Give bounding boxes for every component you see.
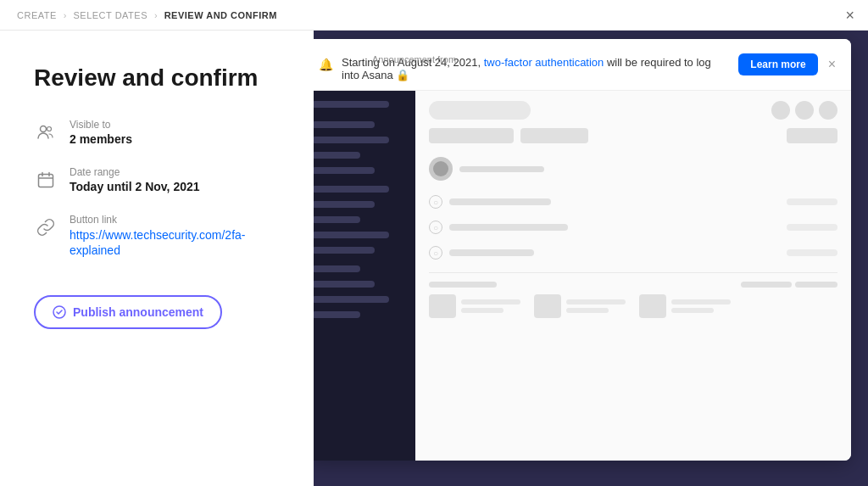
card-line-1a — [461, 299, 520, 304]
calendar-icon — [34, 168, 58, 192]
visible-to-value: 2 members — [70, 132, 132, 146]
user-details — [459, 166, 544, 172]
check-icon-1: ○ — [429, 195, 442, 209]
breadcrumb-sep2: › — [154, 10, 158, 20]
sidebar-item — [314, 296, 389, 303]
sidebar-item — [314, 201, 375, 208]
visible-to-label: Visible to — [70, 119, 132, 131]
card-lines-2 — [566, 299, 626, 313]
breadcrumb-bar: CREATE › SELECT DATES › REVIEW AND CONFI… — [0, 0, 868, 31]
sidebar-item — [314, 167, 375, 174]
visible-to-item: Visible to 2 members — [34, 119, 288, 146]
people-icon — [34, 120, 58, 144]
avatar-2 — [795, 101, 814, 120]
app-content: ○ ○ ○ — [314, 91, 851, 461]
bottom-card-3 — [639, 294, 731, 318]
bottom-skel-3 — [795, 282, 837, 288]
sidebar-item — [314, 101, 389, 108]
check-icon-3: ○ — [429, 246, 442, 260]
bottom-card-1 — [429, 294, 520, 318]
sidebar-item — [314, 186, 389, 193]
asana-preview: 🔔 Announcement from Starting on August 2… — [314, 39, 851, 461]
avatar-1 — [771, 101, 790, 120]
announcement-banner: 🔔 Announcement from Starting on August 2… — [314, 39, 851, 91]
top-bar-right — [771, 101, 837, 120]
card-line-2b — [566, 308, 609, 313]
close-button[interactable]: × — [845, 8, 854, 23]
sidebar-item — [314, 311, 360, 318]
avatar-inner — [433, 161, 448, 176]
publish-button[interactable]: Publish announcement — [34, 295, 222, 329]
bottom-skel-2 — [741, 282, 792, 288]
page-title: Review and confirm — [34, 64, 288, 92]
card-lines-3 — [671, 299, 731, 313]
user-name-skel — [459, 166, 544, 172]
top-bar — [429, 101, 837, 120]
task-meta-3 — [787, 249, 837, 256]
date-range-value: Today until 2 Nov, 2021 — [70, 180, 200, 193]
card-line-3a — [671, 299, 731, 304]
breadcrumb-step2[interactable]: SELECT DATES — [73, 10, 147, 20]
card-lines-1 — [461, 299, 520, 313]
filter-chip-3 — [787, 128, 837, 143]
sidebar-item — [314, 281, 375, 288]
breadcrumb-sep1: › — [64, 10, 67, 20]
avatar — [429, 157, 453, 181]
card-line-2a — [566, 299, 626, 304]
date-range-item: Date range Today until 2 Nov, 2021 — [34, 166, 288, 193]
sidebar-item — [314, 232, 389, 238]
breadcrumb-step1[interactable]: CREATE — [17, 10, 57, 20]
task-row-2: ○ — [429, 218, 837, 237]
card-line-3b — [671, 308, 714, 313]
app-main: ○ ○ ○ — [415, 91, 851, 461]
learn-more-button[interactable]: Learn more — [738, 53, 817, 75]
card-square-1 — [429, 294, 456, 318]
svg-point-1 — [47, 127, 52, 131]
banner-from-label: Announcement from — [372, 54, 456, 64]
task-text-3 — [449, 249, 534, 256]
publish-label: Publish announcement — [73, 305, 203, 319]
sidebar-item — [314, 247, 375, 254]
task-meta-1 — [787, 198, 837, 205]
bottom-card-2 — [534, 294, 626, 318]
filter-chip-2 — [520, 128, 588, 143]
bottom-cards — [429, 294, 837, 318]
task-text-1 — [449, 198, 551, 205]
filter-chip-1 — [429, 128, 514, 143]
task-row-3: ○ — [429, 243, 837, 262]
button-link-url[interactable]: https://www.techsecurity.com/2fa-explain… — [70, 228, 245, 257]
user-row — [429, 154, 837, 184]
sidebar-item — [314, 152, 360, 159]
link-icon — [34, 215, 58, 239]
announcement-icon: 🔔 — [319, 58, 333, 71]
sidebar-item — [314, 265, 360, 272]
right-panel: 🔔 Announcement from Starting on August 2… — [314, 31, 868, 486]
visible-to-content: Visible to 2 members — [70, 119, 132, 146]
card-line-1b — [461, 308, 504, 313]
check-icon-2: ○ — [429, 221, 442, 234]
bottom-area — [429, 272, 837, 318]
sidebar-item — [314, 216, 360, 223]
task-meta-2 — [787, 224, 837, 231]
task-text-2 — [449, 224, 568, 231]
bottom-skel-row — [429, 282, 837, 288]
app-sidebar — [314, 91, 415, 461]
sidebar-group-1 — [314, 101, 409, 109]
avatar-3 — [819, 101, 837, 120]
button-link-content: Button link https://www.techsecurity.com… — [70, 214, 288, 258]
main-layout: Review and confirm Visible to 2 members — [0, 31, 868, 486]
banner-close-button[interactable]: × — [826, 57, 837, 72]
publish-icon — [53, 305, 66, 319]
task-row-1: ○ — [429, 193, 837, 211]
button-link-item: Button link https://www.techsecurity.com… — [34, 214, 288, 258]
sidebar-item — [314, 121, 375, 128]
svg-rect-2 — [39, 175, 53, 187]
banner-link[interactable]: two-factor authentication — [484, 56, 604, 69]
button-link-label: Button link — [70, 214, 288, 226]
search-skeleton — [429, 101, 531, 120]
sidebar-item — [314, 137, 389, 143]
date-range-label: Date range — [70, 166, 200, 178]
card-square-2 — [534, 294, 561, 318]
filter-row — [429, 128, 837, 143]
breadcrumb-step3: REVIEW AND CONFIRM — [164, 10, 277, 20]
